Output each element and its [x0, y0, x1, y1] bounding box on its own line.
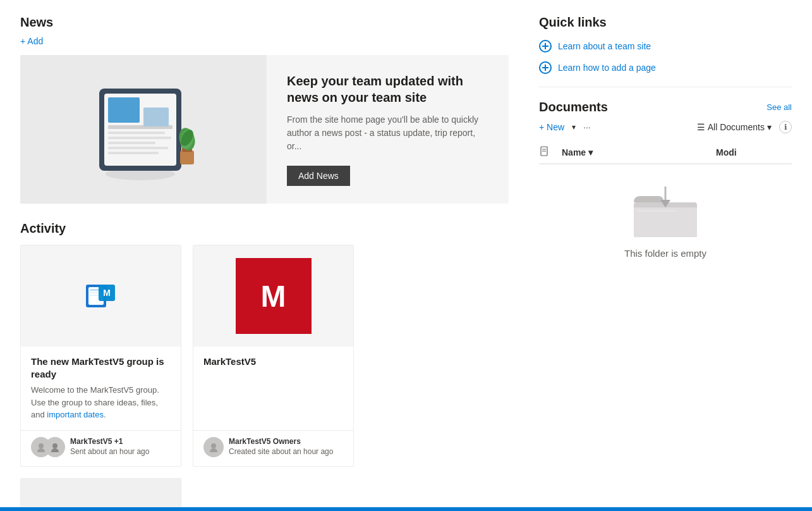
svg-rect-6: [108, 137, 171, 139]
card-top-files: [21, 479, 181, 512]
modified-col-header: Modi: [716, 147, 792, 157]
documents-section: Documents See all + New ▾ ··· ☰ All Docu…: [539, 100, 792, 278]
group-created-time: Created site about an hour ago: [229, 447, 333, 456]
avatar-2: [45, 437, 65, 457]
file-col-icon: [539, 146, 549, 156]
svg-point-23: [39, 443, 44, 448]
view-chevron-icon: ▾: [767, 122, 772, 132]
svg-rect-10: [143, 108, 169, 126]
activity-cards: M The new MarkTestV5 group is ready Welc…: [20, 245, 509, 511]
important-dates-link[interactable]: important dates: [47, 410, 104, 419]
news-illustration: [20, 55, 267, 204]
card-top-group: M: [193, 245, 353, 347]
docs-table-header: Name ▾ Modi: [539, 141, 792, 164]
svg-rect-7: [108, 142, 155, 144]
news-section: News + Add: [20, 15, 509, 204]
tablet-svg: [80, 76, 207, 183]
empty-folder-text: This folder is empty: [624, 248, 706, 259]
card-footer-group: MarkTestV5 Owners Created site about an …: [193, 430, 353, 466]
outlook-icon: M: [83, 278, 119, 314]
svg-text:M: M: [103, 288, 111, 298]
see-all-link[interactable]: See all: [767, 102, 792, 112]
globe-icon-1: [539, 40, 552, 52]
svg-rect-11: [180, 151, 194, 164]
news-title: News: [20, 15, 509, 30]
quick-link-item-1[interactable]: Learn about a team site: [539, 40, 792, 52]
quick-link-item-2[interactable]: Learn how to add a page: [539, 61, 792, 74]
info-button[interactable]: ℹ: [779, 121, 792, 133]
svg-point-24: [52, 443, 58, 448]
view-select[interactable]: ☰ All Documents ▾: [697, 122, 772, 132]
new-button[interactable]: + New: [539, 122, 564, 132]
news-content: Keep your team updated with news on your…: [267, 55, 509, 204]
activity-card-outlook: M The new MarkTestV5 group is ready Welc…: [20, 245, 181, 467]
quick-links-title: Quick links: [539, 15, 792, 30]
card-top-outlook: M: [21, 245, 181, 347]
group-owner-name: MarkTestV5 Owners: [229, 437, 301, 446]
docs-toolbar: + New ▾ ··· ☰ All Documents ▾ ℹ: [539, 121, 792, 133]
m-avatar: M: [236, 258, 312, 334]
documents-title: Documents: [539, 100, 608, 114]
activity-card-group: M MarkTestV5 MarkTestV5 Owners Created s…: [193, 245, 354, 467]
svg-rect-8: [108, 147, 168, 149]
card-body-group: MarkTestV5: [193, 347, 353, 430]
outlook-sender-name: MarkTestV5 +1: [70, 437, 123, 446]
svg-rect-20: [90, 295, 99, 296]
svg-rect-3: [108, 97, 140, 123]
group-avatar: [203, 437, 224, 457]
quick-links-section: Quick links Learn about a team site Lear…: [539, 15, 792, 74]
empty-folder-state: This folder is empty: [539, 164, 792, 278]
svg-rect-5: [108, 132, 165, 134]
empty-folder-svg: [631, 183, 700, 240]
group-card-title: MarkTestV5: [203, 355, 343, 368]
svg-rect-38: [638, 210, 676, 212]
globe-icon-2: [539, 61, 552, 74]
menu-lines-icon: ☰: [697, 122, 705, 132]
svg-rect-9: [108, 152, 159, 154]
group-footer-text: MarkTestV5 Owners Created site about an …: [229, 437, 333, 457]
svg-point-25: [211, 443, 216, 448]
sort-chevron-icon: ▾: [588, 147, 593, 157]
outlook-card-title: The new MarkTestV5 group is ready: [31, 355, 171, 380]
name-col-header[interactable]: Name ▾: [562, 147, 716, 157]
news-headline: Keep your team updated with news on your…: [287, 73, 488, 106]
avatar-group: [31, 437, 65, 457]
right-column: Quick links Learn about a team site Lear…: [539, 15, 792, 511]
outlook-footer-text: MarkTestV5 +1 Sent about an hour ago: [70, 437, 149, 457]
quick-link-label-2: Learn how to add a page: [558, 63, 656, 73]
news-body: From the site home page you'll be able t…: [287, 113, 488, 153]
activity-title: Activity: [20, 221, 509, 236]
card-footer-outlook: MarkTestV5 +1 Sent about an hour ago: [21, 430, 181, 466]
svg-rect-35: [634, 207, 697, 237]
quick-link-label-1: Learn about a team site: [558, 41, 651, 51]
card-body-outlook: The new MarkTestV5 group is ready Welcom…: [21, 347, 181, 430]
outlook-card-desc: Welcome to the MarkTestV5 group. Use the…: [31, 384, 171, 421]
news-card: Keep your team updated with news on your…: [20, 55, 509, 204]
more-options-button[interactable]: ···: [583, 122, 591, 132]
news-add-button[interactable]: + Add: [20, 36, 43, 46]
docs-header: Documents See all: [539, 100, 792, 114]
view-label: All Documents: [708, 122, 765, 132]
activity-card-files: View and share files Collaborate on cont…: [20, 478, 181, 512]
bottom-bar: [0, 507, 812, 511]
activity-section: Activity M: [20, 221, 509, 511]
section-divider: [539, 87, 792, 87]
file-icon-col: [539, 146, 562, 158]
add-news-button[interactable]: Add News: [287, 166, 350, 186]
outlook-sent-time: Sent about an hour ago: [70, 447, 149, 456]
